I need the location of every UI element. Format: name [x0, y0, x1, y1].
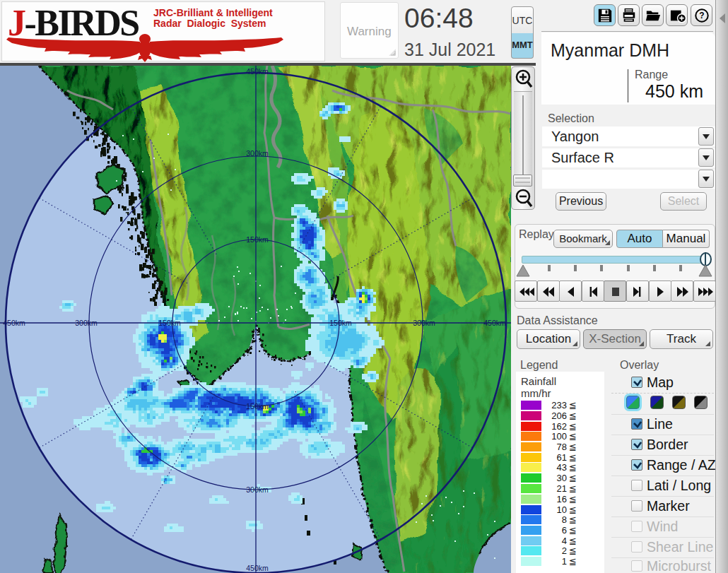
svg-text:300km: 300km	[246, 149, 269, 158]
svg-text:450km: 450km	[246, 564, 269, 572]
svg-text:450km: 450km	[246, 67, 269, 76]
svg-text:150km: 150km	[158, 319, 181, 327]
svg-text:150km: 150km	[246, 402, 269, 410]
svg-text:450km: 450km	[483, 319, 506, 327]
svg-text:300km: 300km	[413, 319, 435, 327]
svg-text:150km: 150km	[246, 235, 269, 244]
svg-text:?: ?	[699, 11, 704, 20]
svg-text:150km: 150km	[329, 319, 352, 327]
svg-text:300km: 300km	[246, 485, 269, 494]
svg-text:300km: 300km	[75, 319, 98, 327]
svg-text:450km: 450km	[3, 319, 25, 327]
